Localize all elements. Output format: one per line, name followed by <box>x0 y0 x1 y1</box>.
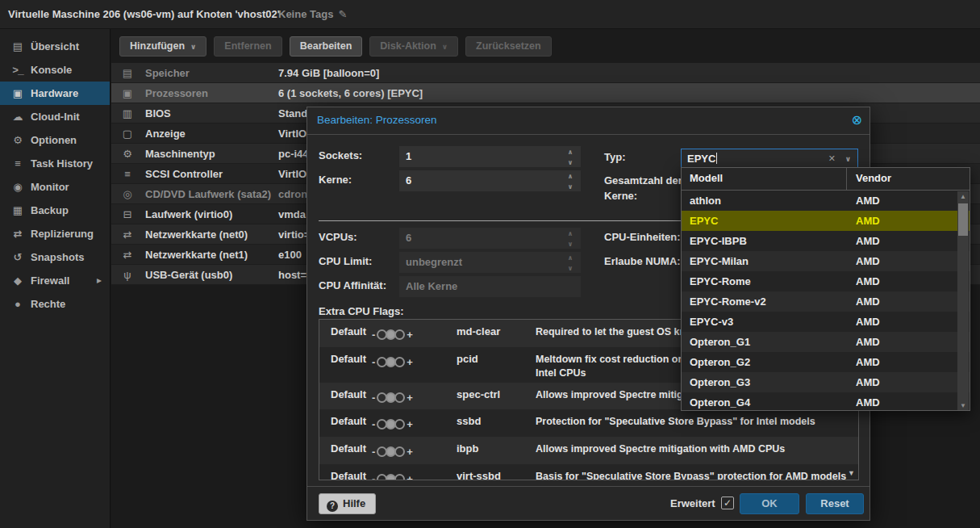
model-column-header: Modell <box>690 172 723 184</box>
network-icon: ⇄ <box>119 245 136 265</box>
cpu-type-combobox[interactable]: EPYC ✕ ∨ <box>681 149 858 169</box>
dropdown-item-epyc-milan[interactable]: EPYC-MilanAMD <box>682 251 970 271</box>
chevron-down-icon: ∨ <box>442 43 448 51</box>
dropdown-item-athlon[interactable]: athlonAMD <box>682 191 970 211</box>
reset-button[interactable]: Reset <box>806 493 864 514</box>
column-divider <box>846 168 847 191</box>
remove-button[interactable]: Entfernen <box>214 36 281 57</box>
dropdown-item-opteron-g4[interactable]: Opteron_G4AMD <box>682 392 970 411</box>
memory-icon: ▤ <box>119 63 136 83</box>
ok-button[interactable]: OK <box>740 493 799 514</box>
spinner-arrows-icon: ∧∨ <box>565 252 575 273</box>
close-icon[interactable]: ⊗ <box>852 112 862 128</box>
question-icon: ? <box>327 501 338 512</box>
edit-button[interactable]: Bearbeiten <box>290 36 363 57</box>
cpu-units-label: CPU-Einheiten: <box>604 231 681 243</box>
flag-toggle[interactable]: -+ <box>369 444 415 459</box>
scroll-down-icon[interactable]: ▼ <box>957 402 969 409</box>
cpu-limit-stepper[interactable]: unbegrenzt ∧∨ <box>399 252 581 273</box>
dialog-header[interactable]: Bearbeiten: Prozessoren ⊗ <box>307 107 869 135</box>
flag-toggle[interactable]: -+ <box>369 354 415 369</box>
dropdown-item-epyc-ibpb[interactable]: EPYC-IBPBAMD <box>682 231 970 251</box>
sidebar-item-replizierung[interactable]: ⇄Replizierung <box>0 222 110 245</box>
tasks-icon: ≡ <box>10 152 26 175</box>
cpu-limit-label: CPU Limit: <box>319 255 372 267</box>
sidebar-item-snapshots[interactable]: ↺Snapshots <box>0 245 110 269</box>
shield-icon: ◆ <box>10 269 26 292</box>
revert-button[interactable]: Zurücksetzen <box>465 36 552 57</box>
dropdown-item-opteron-g2[interactable]: Opteron_G2AMD <box>682 352 970 372</box>
cpu-affinity-label: CPU Affinität: <box>319 279 386 291</box>
dropdown-item-epyc[interactable]: EPYCAMD <box>682 211 970 231</box>
spinner-arrows-icon[interactable]: ∧∨ <box>565 170 575 191</box>
usb-icon: ψ <box>119 265 136 285</box>
dropdown-item-opteron-g3[interactable]: Opteron_G3AMD <box>682 372 970 392</box>
terminal-icon: >_ <box>10 59 26 82</box>
sockets-label: Sockets: <box>319 149 362 161</box>
advanced-checkbox[interactable]: ✓ <box>721 497 734 509</box>
extra-cpu-flags-label: Extra CPU Flags: <box>319 305 403 317</box>
type-label: Typ: <box>604 151 625 163</box>
dropdown-item-epyc-rome[interactable]: EPYC-RomeAMD <box>682 271 970 291</box>
top-bar: Virtuelle Maschine 206 (ws06-vm) auf Kno… <box>0 0 980 29</box>
table-row-processors[interactable]: ▣Prozessoren6 (1 sockets, 6 cores) [EPYC… <box>111 83 980 103</box>
dropdown-item-epyc-rome-v2[interactable]: EPYC-Rome-v2AMD <box>682 291 970 312</box>
sidebar-item-hardware[interactable]: ▣Hardware <box>0 82 110 105</box>
sidebar-item-cloud-init[interactable]: ☁Cloud-Init <box>0 105 110 128</box>
tags-label[interactable]: Keine Tags✎ <box>278 8 347 20</box>
sidebar-item-monitor[interactable]: ◉Monitor <box>0 175 110 199</box>
vendor-column-header: Vendor <box>856 172 891 184</box>
sockets-stepper[interactable]: 1 ∧∨ <box>399 146 581 167</box>
numa-label: Erlaube NUMA: <box>604 255 681 267</box>
sidebar: ▤Übersicht >_Konsole ▣Hardware ☁Cloud-In… <box>0 29 111 528</box>
dropdown-header: Modell Vendor <box>682 168 970 191</box>
flag-toggle[interactable]: -+ <box>369 327 415 342</box>
cd-icon: ◎ <box>119 184 136 204</box>
cpu-icon: ▣ <box>119 83 136 103</box>
chevron-right-icon: ▸ <box>97 269 102 292</box>
vcpus-label: VCPUs: <box>319 231 357 243</box>
help-button[interactable]: ?Hilfe <box>319 493 376 514</box>
disk-action-button[interactable]: Disk-Aktion∨ <box>369 36 458 57</box>
scroll-up-icon[interactable]: ▲ <box>957 193 969 200</box>
vcpus-stepper[interactable]: 6 ∧∨ <box>399 228 581 249</box>
gears-icon: ⚙ <box>119 144 136 164</box>
cpu-type-dropdown: Modell Vendor athlonAMD EPYCAMD EPYC-IBP… <box>681 167 970 411</box>
flag-toggle[interactable]: -+ <box>369 390 415 404</box>
chip-icon: ▥ <box>119 103 136 124</box>
hardware-toolbar: Hinzufügen∨ Entfernen Bearbeiten Disk-Ak… <box>111 29 980 63</box>
total-cores-label: Gesamtzahl der Kerne: <box>604 174 686 204</box>
cores-stepper[interactable]: 6 ∧∨ <box>399 170 581 191</box>
scrollbar-thumb[interactable] <box>958 203 968 236</box>
replication-icon: ⇄ <box>10 222 26 245</box>
flag-row-ssbd: Default -+ ssbd Protection for "Speculat… <box>319 409 858 437</box>
flag-row-ibpb: Default -+ ibpb Allows improved Spectre … <box>319 437 858 464</box>
sidebar-item-task-history[interactable]: ≡Task History <box>0 152 110 175</box>
dropdown-item-opteron-g1[interactable]: Opteron_G1AMD <box>682 332 970 352</box>
add-button[interactable]: Hinzufügen∨ <box>119 36 206 57</box>
book-icon: ▤ <box>10 35 26 58</box>
dropdown-scrollbar[interactable]: ▲ ▼ <box>957 191 969 411</box>
backup-icon: ▦ <box>10 199 26 222</box>
sidebar-item-backup[interactable]: ▦Backup <box>0 199 110 222</box>
flag-toggle[interactable]: -+ <box>369 471 415 480</box>
dialog-footer: ?Hilfe Erweitert ✓ OK Reset <box>307 486 869 520</box>
spinner-arrows-icon[interactable]: ∧∨ <box>565 146 575 167</box>
spinner-arrows-icon: ∧∨ <box>565 228 575 249</box>
sidebar-item-rechte[interactable]: ●Rechte <box>0 292 110 316</box>
dropdown-item-epyc-v3[interactable]: EPYC-v3AMD <box>682 312 970 332</box>
cpu-affinity-field[interactable]: Alle Kerne <box>399 276 581 297</box>
sidebar-item-firewall[interactable]: ◆Firewall▸ <box>0 269 110 292</box>
history-icon: ↺ <box>10 245 26 269</box>
scroll-down-icon[interactable]: ▼ <box>848 469 855 477</box>
sidebar-item-optionen[interactable]: ⚙Optionen <box>0 128 110 152</box>
chevron-down-icon[interactable]: ∨ <box>845 150 851 169</box>
sidebar-item-konsole[interactable]: >_Konsole <box>0 58 110 82</box>
controller-icon: ≡ <box>119 164 136 184</box>
eye-icon: ◉ <box>10 175 26 199</box>
flag-toggle[interactable]: -+ <box>369 417 415 431</box>
clear-icon[interactable]: ✕ <box>828 149 836 168</box>
table-row-memory[interactable]: ▤Speicher7.94 GiB [balloon=0] <box>111 63 980 83</box>
sidebar-item-uebersicht[interactable]: ▤Übersicht <box>0 35 110 58</box>
edit-pencil-icon[interactable]: ✎ <box>338 8 347 20</box>
